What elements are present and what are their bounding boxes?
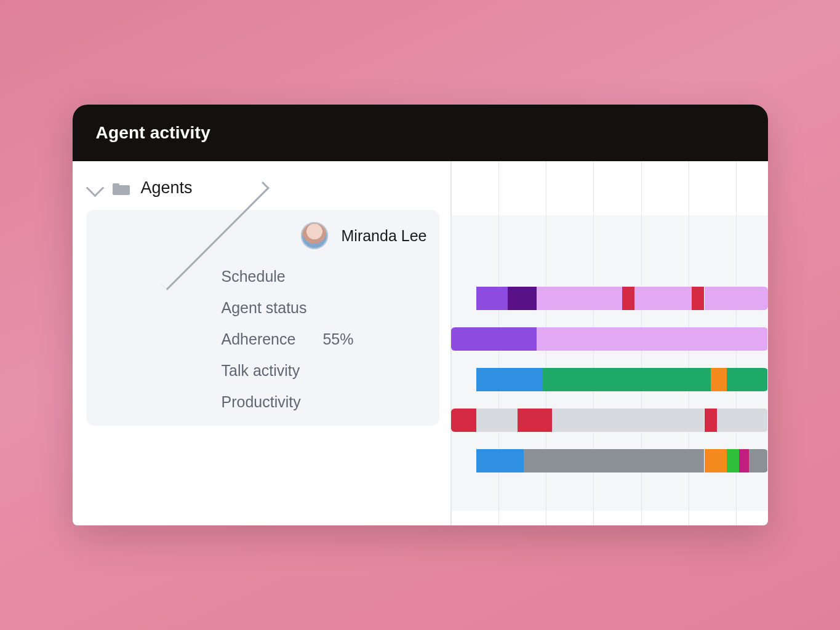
bar-segment bbox=[476, 368, 543, 391]
bar-segment bbox=[634, 287, 692, 310]
card-body: Agents Miranda Lee Schedule Agent status bbox=[73, 161, 768, 525]
bar-segment bbox=[543, 368, 711, 391]
bar-segment bbox=[749, 449, 768, 472]
bar-segment bbox=[476, 449, 524, 472]
row-productivity[interactable]: Productivity bbox=[222, 393, 427, 411]
row-adherence[interactable]: Adherence 55% bbox=[222, 330, 427, 348]
bar-segment bbox=[711, 368, 727, 391]
bar-segment bbox=[622, 287, 635, 310]
bar-segment bbox=[739, 449, 748, 472]
row-label: Productivity bbox=[222, 393, 301, 411]
timeline-bar[interactable] bbox=[451, 449, 768, 472]
sidebar: Agents Miranda Lee Schedule Agent status bbox=[73, 161, 450, 525]
bar-segment bbox=[508, 287, 536, 310]
row-label: Adherence bbox=[222, 330, 296, 348]
bar-segment bbox=[476, 287, 508, 310]
row-label: Schedule bbox=[222, 268, 286, 285]
agent-activity-card: Agent activity Agents Miranda Lee Schedu… bbox=[73, 105, 768, 525]
timeline-bar[interactable] bbox=[451, 327, 768, 351]
timeline-bars bbox=[451, 287, 768, 472]
row-label: Agent status bbox=[222, 299, 307, 317]
bar-segment bbox=[451, 327, 537, 351]
bar-segment bbox=[727, 449, 740, 472]
row-label: Talk activity bbox=[222, 362, 300, 380]
bar-segment bbox=[692, 287, 705, 310]
row-schedule[interactable]: Schedule bbox=[222, 268, 427, 285]
folder-icon bbox=[113, 181, 130, 195]
chevron-down-icon bbox=[86, 179, 104, 197]
card-title: Agent activity bbox=[96, 123, 210, 143]
bar-segment bbox=[717, 409, 767, 432]
timeline-bar[interactable] bbox=[451, 287, 768, 310]
row-agent-status[interactable]: Agent status bbox=[222, 299, 427, 317]
bar-segment bbox=[476, 409, 518, 432]
card-header: Agent activity bbox=[73, 105, 768, 161]
bar-segment bbox=[518, 409, 553, 432]
timeline-bar[interactable] bbox=[451, 409, 768, 432]
row-value: 55% bbox=[322, 330, 353, 348]
metric-rows: Schedule Agent status Adherence 55% Talk… bbox=[98, 257, 427, 411]
bar-segment bbox=[705, 409, 718, 432]
bar-segment bbox=[537, 327, 768, 351]
timeline-pane bbox=[450, 161, 768, 525]
bar-segment bbox=[552, 409, 704, 432]
bar-segment bbox=[451, 409, 476, 432]
agent-name: Miranda Lee bbox=[342, 227, 427, 245]
bar-segment bbox=[537, 287, 622, 310]
bar-segment bbox=[727, 368, 768, 391]
bar-segment bbox=[705, 287, 768, 310]
avatar bbox=[301, 222, 328, 249]
bar-segment bbox=[705, 449, 727, 472]
row-talk-activity[interactable]: Talk activity bbox=[222, 362, 427, 380]
timeline-bar[interactable] bbox=[451, 368, 768, 391]
agents-group-label: Agents bbox=[141, 178, 193, 197]
agent-row[interactable]: Miranda Lee bbox=[98, 221, 427, 257]
agent-block: Miranda Lee Schedule Agent status Adhere… bbox=[86, 210, 439, 426]
bar-segment bbox=[524, 449, 705, 472]
